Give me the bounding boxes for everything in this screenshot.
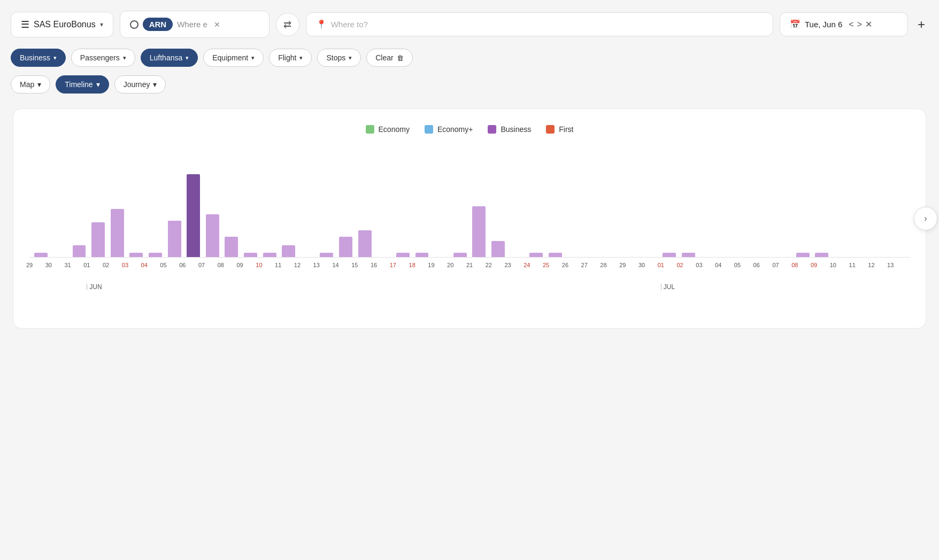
map-chevron-icon: ▾ [37,80,41,89]
bar-col[interactable] [32,151,51,257]
legend-dot-business [488,125,496,134]
date-label: 13 [311,262,322,268]
date-label: 05 [158,262,168,268]
date-label: 02 [675,262,686,268]
passengers-filter[interactable]: Passengers ▾ [71,49,135,67]
bar [491,241,505,257]
bar-col[interactable] [545,151,565,257]
destination-input[interactable]: 📍 Where to? [306,12,773,36]
bar [206,214,219,257]
bar-col[interactable] [127,151,146,257]
bar [263,253,276,257]
bar-col[interactable] [755,151,774,257]
bar-col[interactable] [260,151,279,257]
legend-label-economy: Economy [379,125,410,134]
bar-col[interactable] [565,151,584,257]
equipment-filter-label: Equipment [212,53,248,62]
stops-filter[interactable]: Stops ▾ [317,49,361,67]
bar-col[interactable] [450,151,470,257]
bar-col[interactable] [774,151,794,257]
bar-col[interactable] [679,151,698,257]
timeline-view-button[interactable]: Timeline ▾ [56,75,109,94]
bar-col[interactable] [812,151,832,257]
bar-col[interactable] [622,151,641,257]
bar-col[interactable] [470,151,489,257]
bar [815,253,828,257]
chart-next-button[interactable]: › [914,207,937,230]
date-label: 04 [139,262,150,268]
bar-col[interactable] [89,151,108,257]
bar-col[interactable] [70,151,89,257]
bar-col[interactable] [203,151,222,257]
clear-filter[interactable]: Clear 🗑 [366,49,412,67]
bar-col[interactable] [222,151,241,257]
date-nav: < > ✕ [849,19,872,29]
bar [339,237,352,257]
bar-col[interactable] [355,151,374,257]
bar-col[interactable] [793,151,812,257]
bar-col[interactable] [51,151,70,257]
date-label: 12 [866,262,876,268]
map-view-button[interactable]: Map ▾ [11,75,50,94]
stops-filter-label: Stops [326,53,345,62]
bar-col[interactable] [317,151,336,257]
bar-col[interactable] [241,151,260,257]
bar-col[interactable] [660,151,679,257]
date-label: 19 [426,262,436,268]
legend-dot-economy_plus [425,125,433,134]
business-filter[interactable]: Business ▾ [11,49,66,67]
bar-col[interactable] [527,151,546,257]
bar-col[interactable] [736,151,756,257]
date-label: 16 [368,262,379,268]
lufthansa-filter-label: Lufthansa [150,53,183,62]
bar-col[interactable] [184,151,203,257]
bar-col[interactable] [832,151,851,257]
journey-view-button[interactable]: Journey ▾ [114,75,166,94]
origin-clear-icon[interactable]: ✕ [214,20,220,29]
bar-col[interactable] [298,151,318,257]
bar-col[interactable] [336,151,356,257]
bar-col[interactable] [507,151,527,257]
bar-col[interactable] [603,151,622,257]
bar-col[interactable] [489,151,508,257]
bar-col[interactable] [869,151,889,257]
bar [549,253,562,257]
date-label: 27 [579,262,590,268]
bar-col[interactable] [165,151,184,257]
legend-label-first: First [559,125,573,134]
lufthansa-filter[interactable]: Lufthansa ▾ [141,49,198,67]
swap-icon: ⇄ [283,19,291,30]
bar-col[interactable] [394,151,413,257]
bar-col[interactable] [107,151,127,257]
origin-input[interactable]: ARN Where e ✕ [120,11,270,38]
bar-col[interactable] [888,151,907,257]
date-clear-icon[interactable]: ✕ [865,19,872,29]
date-label: 12 [292,262,303,268]
bar-col[interactable] [698,151,717,257]
brand-selector[interactable]: ☰ SAS EuroBonus ▾ [11,12,113,37]
bar [244,253,257,257]
bar-col[interactable] [432,151,451,257]
date-prev-icon[interactable]: < [849,20,853,29]
bar-col[interactable] [412,151,432,257]
legend-item-first: First [546,125,573,134]
bar-col[interactable] [279,151,298,257]
equipment-filter[interactable]: Equipment ▾ [203,49,264,67]
bar [453,253,467,257]
business-chevron-icon: ▾ [53,55,57,61]
bar-col[interactable] [146,151,165,257]
flight-filter[interactable]: Flight ▾ [269,49,312,67]
swap-button[interactable]: ⇄ [276,13,299,36]
legend-label-business: Business [501,125,531,134]
date-next-icon[interactable]: > [857,20,862,29]
bar [529,253,543,257]
bar-col[interactable] [584,151,603,257]
menu-icon: ☰ [21,19,29,30]
calendar-icon: 📅 [790,19,801,29]
bar-col[interactable] [641,151,660,257]
date-selector[interactable]: 📅 Tue, Jun 6 < > ✕ [780,12,908,36]
bar-col[interactable] [717,151,736,257]
add-flight-button[interactable]: + [914,14,928,35]
bar-col[interactable] [374,151,394,257]
bar-col[interactable] [850,151,869,257]
